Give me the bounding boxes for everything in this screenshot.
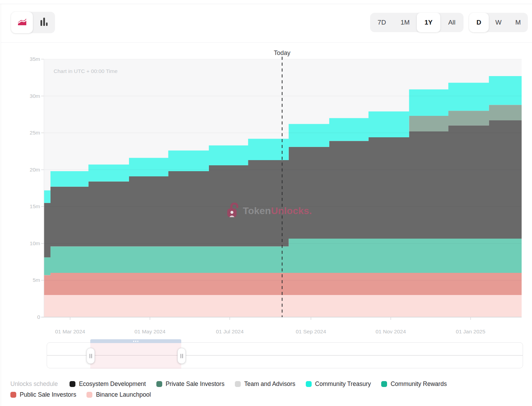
area-series-team-and-advisors [44, 105, 522, 203]
navigator-left-handle[interactable] [86, 348, 95, 364]
plot-background [44, 59, 522, 317]
legend-item-team-and-advisors[interactable]: Team and Advisors [235, 380, 295, 388]
x-axis-label: 01 Sep 2024 [296, 329, 326, 335]
area-series-community-rewards [44, 239, 522, 275]
area-series-community-treasury [44, 76, 522, 203]
y-axis-label: 25m [30, 130, 40, 136]
area-series-private-sale-investors [44, 105, 522, 203]
legend-label: Community Rewards [391, 380, 447, 388]
watermark: TokenUnlocks. [227, 203, 312, 219]
legend-swatch [86, 392, 92, 398]
x-axis-label: 01 Nov 2024 [376, 329, 406, 335]
legend-label: Public Sale Investors [20, 391, 76, 398]
area-series-ecosystem-development [44, 120, 522, 257]
legend-item-ecosystem-development[interactable]: Ecosystem Development [70, 380, 146, 388]
watermark-text: TokenUnlocks. [243, 205, 312, 216]
token-unlocks-lock-icon [227, 203, 240, 219]
legend-item-community-rewards[interactable]: Community Rewards [381, 380, 447, 388]
y-axis-label: 10m [30, 240, 40, 247]
today-label: Today [274, 49, 291, 57]
area-series-public-sale-investors [44, 273, 522, 295]
legend-item-binance-launchpool[interactable]: Binance Launchpool [86, 391, 151, 398]
legend-item-public-sale-investors[interactable]: Public Sale Investors [10, 391, 76, 398]
x-axis-label: 01 May 2024 [135, 329, 166, 335]
x-axis-label: 01 Jan 2025 [456, 329, 485, 335]
legend-swatch [381, 381, 387, 387]
legend-label: Team and Advisors [244, 380, 295, 388]
y-axis-label: 30m [30, 93, 40, 99]
y-axis-label: 0 [37, 314, 40, 320]
legend-label: Private Sale Investors [166, 380, 224, 388]
range-navigator[interactable] [47, 342, 523, 368]
navigator-right-handle[interactable] [177, 348, 186, 364]
token-unlocks-panel: 7D1M1YAll DWM Today Chart in UTC + 00:00… [0, 0, 532, 406]
y-axis-label: 15m [30, 203, 40, 210]
x-axis-label: 01 Mar 2024 [55, 329, 85, 335]
legend-swatch [10, 392, 16, 398]
navigator-selected-range[interactable] [90, 340, 181, 369]
legend-label: Binance Launchpool [96, 391, 151, 398]
y-axis-label: 35m [30, 56, 40, 62]
utc-timezone-note: Chart in UTC + 00:00 Time [54, 68, 118, 74]
x-axis-label: 01 Jul 2024 [216, 329, 244, 335]
legend-swatch [70, 381, 75, 387]
legend-item-community-treasury[interactable]: Community Treasury [306, 380, 371, 388]
navigator-drag-cap[interactable] [90, 339, 181, 343]
legend-label: Community Treasury [315, 380, 371, 388]
legend-item-private-sale-investors[interactable]: Private Sale Investors [156, 380, 224, 388]
legend-swatch [235, 381, 241, 387]
legend: Unlocks schedule Ecosystem DevelopmentPr… [10, 380, 522, 398]
legend-swatch [306, 381, 312, 387]
area-series-binance-launchpool [44, 295, 522, 317]
y-axis-label: 20m [30, 167, 40, 173]
legend-title: Unlocks schedule [10, 380, 58, 388]
legend-label: Ecosystem Development [79, 380, 146, 388]
legend-swatch [156, 381, 162, 387]
y-axis-label: 5m [33, 277, 40, 283]
